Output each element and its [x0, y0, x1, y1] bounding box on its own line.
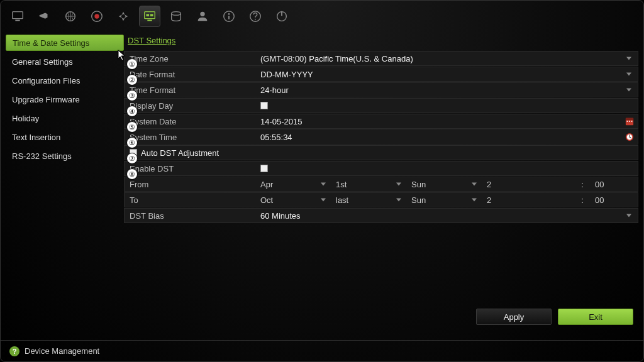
- toolbar-user-icon[interactable]: [192, 6, 213, 27]
- dst-bias-text: 60 Minutes: [260, 211, 301, 221]
- from-day-select[interactable]: Sun: [406, 177, 480, 191]
- from-month-select[interactable]: Apr: [255, 177, 330, 191]
- value-display-day[interactable]: [255, 102, 638, 109]
- value-system-date[interactable]: 14-05-2015: [255, 117, 638, 126]
- chevron-down-icon: [472, 183, 477, 186]
- row-time-zone[interactable]: Time Zone (GMT-08:00) Pacific Time(U.S. …: [124, 51, 638, 66]
- label-from: From: [125, 180, 255, 189]
- from-day-text: Sun: [411, 180, 426, 189]
- toolbar-monitor-icon[interactable]: [7, 6, 28, 27]
- sidebar-item-config[interactable]: Configuration Files: [6, 72, 124, 89]
- checkbox-enable-dst[interactable]: [260, 165, 268, 172]
- toolbar-alarm-icon[interactable]: [113, 6, 134, 27]
- from-week-select[interactable]: 1st: [331, 177, 405, 191]
- sidebar-item-label: Configuration Files: [12, 76, 80, 85]
- sidebar-item-holiday[interactable]: Holiday: [6, 110, 124, 126]
- footer: ? Device Management: [1, 340, 643, 361]
- row-time-format[interactable]: Time Format 24-hour: [124, 82, 638, 97]
- value-enable-dst[interactable]: [255, 165, 638, 172]
- to-day-text: Sun: [411, 195, 426, 205]
- row-from: From Apr 1st Sun 2 : 00: [124, 177, 638, 192]
- colon-sep: :: [576, 193, 589, 207]
- svg-rect-21: [629, 121, 630, 122]
- settings-form: Time Zone (GMT-08:00) Pacific Time(U.S. …: [124, 51, 638, 224]
- to-min-select[interactable]: 00: [590, 193, 628, 207]
- chevron-down-icon: [626, 73, 631, 76]
- callout-5: ⑤: [126, 121, 138, 133]
- svg-rect-22: [631, 121, 633, 122]
- to-hour-text: 2: [487, 195, 491, 205]
- sidebar-item-label: General Settings: [12, 57, 73, 67]
- row-auto-dst[interactable]: Auto DST Adjustment: [124, 145, 638, 160]
- date-format-text: DD-MM-YYYY: [260, 70, 313, 79]
- toolbar-settings-icon[interactable]: [139, 6, 160, 27]
- label-system-date: System Date: [125, 117, 255, 126]
- apply-button[interactable]: Apply: [476, 309, 552, 325]
- row-display-day[interactable]: Display Day: [124, 98, 638, 113]
- value-time-format[interactable]: 24-hour: [255, 85, 638, 95]
- svg-rect-7: [150, 14, 153, 16]
- toolbar-info-icon[interactable]: [218, 6, 240, 27]
- svg-rect-8: [147, 20, 152, 21]
- svg-rect-20: [627, 121, 628, 122]
- chevron-down-icon: [626, 89, 631, 92]
- label-dst-bias: DST Bias: [125, 211, 255, 221]
- calendar-icon[interactable]: [625, 117, 634, 126]
- toolbar-hdd-icon[interactable]: [165, 6, 187, 27]
- toolbar-record-icon[interactable]: [86, 6, 108, 27]
- sidebar-item-general[interactable]: General Settings: [6, 53, 124, 70]
- sidebar-item-label: Text Insertion: [12, 133, 60, 142]
- toolbar-camera-icon[interactable]: [33, 6, 55, 27]
- chevron-down-icon: [396, 183, 401, 186]
- sidebar-item-label: Time & Date Settings: [13, 38, 89, 48]
- label-system-time: System Time: [125, 133, 255, 142]
- sidebar-item-text-insertion[interactable]: Text Insertion: [6, 129, 124, 145]
- checkbox-display-day[interactable]: [260, 102, 268, 109]
- time-format-text: 24-hour: [260, 85, 289, 95]
- callout-4: ④: [126, 106, 138, 117]
- label-time-zone: Time Zone: [125, 54, 255, 63]
- sidebar-item-upgrade[interactable]: Upgrade Firmware: [6, 91, 124, 107]
- sidebar-item-label: RS-232 Settings: [12, 151, 72, 161]
- callout-7: ⑦: [126, 153, 138, 164]
- row-system-date[interactable]: System Date 14-05-2015: [124, 114, 638, 129]
- svg-point-9: [172, 12, 181, 16]
- toolbar-globe-icon[interactable]: [60, 6, 81, 27]
- svg-point-15: [255, 19, 256, 20]
- value-date-format[interactable]: DD-MM-YYYY: [255, 70, 638, 79]
- tab-dst-settings[interactable]: DST Settings: [128, 36, 175, 45]
- to-week-select[interactable]: last: [331, 193, 405, 207]
- svg-rect-0: [13, 12, 23, 19]
- label-time-format: Time Format: [125, 85, 255, 95]
- sidebar-item-time-date[interactable]: Time & Date Settings: [6, 35, 124, 51]
- row-enable-dst[interactable]: Enable DST: [124, 161, 638, 176]
- value-system-time[interactable]: 05:55:34: [255, 133, 638, 142]
- chevron-down-icon: [472, 199, 477, 202]
- sidebar-item-label: Upgrade Firmware: [12, 95, 80, 104]
- svg-point-4: [94, 14, 99, 18]
- exit-button[interactable]: Exit: [558, 309, 633, 325]
- sidebar-item-rs232[interactable]: RS-232 Settings: [6, 148, 124, 164]
- to-hour-select[interactable]: 2: [482, 193, 575, 207]
- main-panel: DST Settings Time Zone (GMT-08:00) Pacif…: [124, 32, 638, 329]
- row-date-format[interactable]: Date Format DD-MM-YYYY: [124, 67, 638, 82]
- from-month-text: Apr: [260, 180, 273, 189]
- to-month-select[interactable]: Oct: [255, 193, 330, 207]
- value-dst-bias[interactable]: 60 Minutes: [255, 211, 638, 221]
- toolbar-power-icon[interactable]: [271, 6, 292, 27]
- from-hour-text: 2: [487, 180, 491, 189]
- callout-8: ⑧: [126, 168, 138, 180]
- row-dst-bias[interactable]: DST Bias 60 Minutes: [124, 208, 638, 223]
- label-auto-dst: Auto DST Adjustment: [125, 148, 219, 158]
- from-hour-select[interactable]: 2: [482, 177, 575, 191]
- help-icon[interactable]: ?: [9, 346, 19, 356]
- cursor-icon: [118, 50, 126, 61]
- value-time-zone[interactable]: (GMT-08:00) Pacific Time(U.S. & Canada): [255, 54, 638, 63]
- from-min-select[interactable]: 00: [590, 177, 628, 191]
- label-enable-dst: Enable DST: [125, 164, 255, 173]
- clock-icon[interactable]: [625, 133, 634, 141]
- svg-rect-13: [228, 16, 230, 19]
- to-day-select[interactable]: Sun: [406, 193, 480, 207]
- row-system-time[interactable]: System Time 05:55:34: [124, 129, 638, 145]
- toolbar-help-icon[interactable]: [245, 6, 266, 27]
